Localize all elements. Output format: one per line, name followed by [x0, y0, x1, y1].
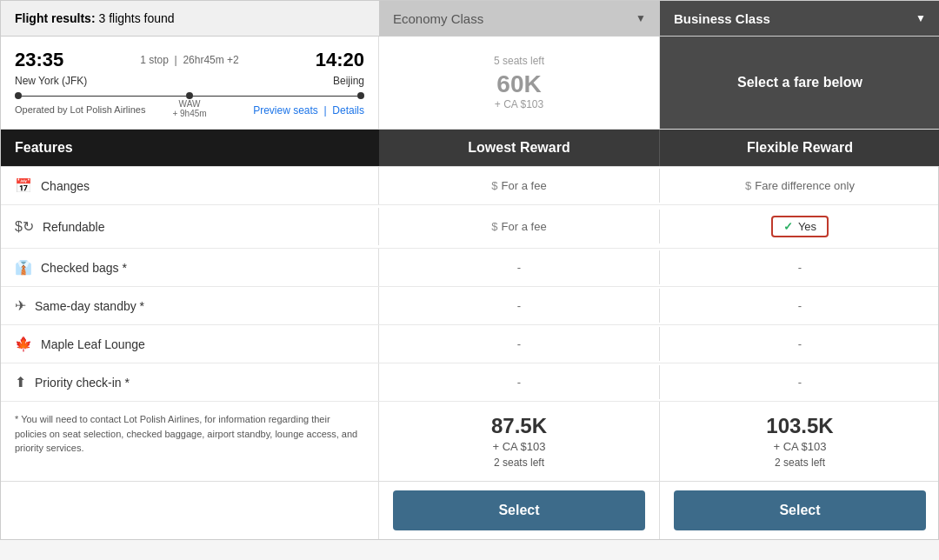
preview-seats-link[interactable]: Preview seats	[253, 104, 318, 117]
lounge-label: Maple Leaf Lounge	[41, 337, 145, 351]
feature-checked-bags-name: 👔 Checked bags *	[1, 249, 379, 286]
main-container: Flight results: 3 flights found Economy …	[0, 0, 939, 540]
route-line	[15, 92, 364, 99]
yes-text: Yes	[798, 220, 816, 233]
standby-icon: ✈	[15, 297, 26, 314]
origin-dot	[15, 92, 22, 99]
yes-badge: ✓ Yes	[771, 216, 829, 237]
disclaimer-pricing-row: * You will need to contact Lot Polish Ai…	[1, 402, 938, 482]
checked-bags-lowest-val: -	[379, 250, 660, 284]
details-link[interactable]: Details	[332, 104, 364, 117]
features-header-row: Features Lowest Reward Flexible Reward	[1, 130, 938, 167]
feature-lounge-name: 🍁 Maple Leaf Lounge	[1, 325, 379, 363]
standby-flexible-val: -	[660, 289, 939, 323]
standby-lowest-val: -	[379, 289, 660, 323]
feature-changes-name: 📅 Changes	[1, 167, 379, 204]
feature-row-changes: 📅 Changes $ For a fee $ Fare difference …	[1, 167, 938, 205]
business-class-header[interactable]: Business Class ▼	[660, 1, 939, 36]
refundable-lowest-val: $ For a fee	[379, 210, 660, 243]
destination-airport: Beijing	[333, 75, 364, 87]
disclaimer-text: * You will need to contact Lot Polish Ai…	[1, 402, 379, 481]
priority-icon: ⬆	[15, 374, 26, 390]
lowest-points: 87.5K	[393, 414, 645, 438]
priority-lowest-val: -	[379, 365, 660, 399]
economy-seats-left: 5 seats left	[494, 55, 544, 67]
feature-row-priority: ⬆ Priority check-in * - -	[1, 363, 938, 402]
changes-lowest-val: $ For a fee	[379, 169, 660, 203]
select-fare-message: Select a fare below	[737, 75, 862, 90]
route-wrapper: WAW + 9h45m	[15, 92, 364, 99]
flight-results-label: Flight results: 3 flights found	[15, 11, 175, 25]
priority-label: Priority check-in *	[35, 376, 130, 390]
checked-bags-label: Checked bags *	[41, 261, 127, 275]
flexible-reward-header: Flexible Reward	[660, 130, 939, 166]
flight-info-row: 23:35 1 stop | 26hr45m +2 14:20 New York…	[1, 37, 938, 130]
refundable-label: Refundable	[43, 220, 105, 234]
stop-duration-info: 1 stop | 26hr45m +2	[140, 54, 239, 66]
lounge-icon: 🍁	[15, 336, 32, 352]
select-empty-cell	[1, 482, 379, 539]
select-flexible-button[interactable]: Select	[674, 490, 926, 530]
feature-row-lounge: 🍁 Maple Leaf Lounge - -	[1, 325, 938, 363]
route-line-left	[22, 96, 186, 97]
header-row: Flight results: 3 flights found Economy …	[1, 1, 938, 37]
checked-bags-icon: 👔	[15, 259, 32, 276]
business-class-label: Business Class	[674, 11, 770, 26]
departure-time: 23:35	[15, 49, 63, 71]
business-fare-placeholder: Select a fare below	[660, 37, 939, 129]
economy-fare-info: 5 seats left 60K + CA $103	[379, 37, 660, 129]
yes-checkmark-icon: ✓	[783, 220, 793, 233]
changes-flexible-val: $ Fare difference only	[660, 169, 939, 203]
features-column-header: Features	[1, 130, 379, 166]
lounge-flexible-val: -	[660, 327, 939, 361]
select-lowest-button[interactable]: Select	[393, 490, 645, 530]
feature-refundable-name: $↻ Refundable	[1, 208, 379, 245]
flexible-seats-left: 2 seats left	[674, 457, 926, 469]
refundable-flexible-val: ✓ Yes	[660, 205, 939, 248]
pricing-flexible: 103.5K + CA $103 2 seats left	[660, 402, 939, 481]
priority-flexible-val: -	[660, 365, 939, 399]
economy-cash: + CA $103	[495, 98, 543, 110]
standby-label: Same-day standby *	[35, 299, 144, 313]
route-line-right	[193, 96, 357, 97]
origin-airport: New York (JFK)	[15, 75, 87, 87]
lowest-reward-header: Lowest Reward	[379, 130, 660, 166]
economy-class-label: Economy Class	[393, 11, 483, 26]
feature-priority-name: ⬆ Priority check-in *	[1, 363, 379, 401]
select-lowest-cell: Select	[379, 482, 660, 539]
flexible-cash: + CA $103	[674, 440, 926, 453]
dest-dot	[357, 92, 364, 99]
refundable-icon: $↻	[15, 218, 34, 235]
business-chevron-icon: ▼	[916, 12, 926, 24]
changes-icon: 📅	[15, 177, 32, 194]
waypoint-info: WAW + 9h45m	[172, 99, 206, 118]
economy-chevron-icon: ▼	[636, 12, 646, 24]
flexible-points: 103.5K	[674, 414, 926, 438]
select-flexible-cell: Select	[660, 482, 939, 539]
flight-links: Preview seats | Details	[253, 104, 364, 117]
economy-class-header[interactable]: Economy Class ▼	[379, 1, 660, 36]
feature-row-checked-bags: 👔 Checked bags * - -	[1, 249, 938, 287]
flight-times: 23:35 1 stop | 26hr45m +2 14:20	[15, 49, 364, 71]
changes-label: Changes	[41, 179, 90, 193]
waypoint-dot	[186, 92, 193, 99]
checked-bags-flexible-val: -	[660, 250, 939, 284]
feature-standby-name: ✈ Same-day standby *	[1, 287, 379, 324]
feature-row-refundable: $↻ Refundable $ For a fee ✓ Yes	[1, 205, 938, 249]
lowest-seats-left: 2 seats left	[393, 457, 645, 469]
flight-details: 23:35 1 stop | 26hr45m +2 14:20 New York…	[1, 37, 379, 129]
arrival-time: 14:20	[316, 49, 364, 71]
feature-row-standby: ✈ Same-day standby * - -	[1, 287, 938, 325]
select-buttons-row: Select Select	[1, 482, 938, 539]
airports-row: New York (JFK) Beijing	[15, 75, 364, 87]
pricing-lowest: 87.5K + CA $103 2 seats left	[379, 402, 660, 481]
lounge-lowest-val: -	[379, 327, 660, 361]
economy-points: 60K	[496, 70, 541, 98]
lowest-cash: + CA $103	[393, 440, 645, 453]
flight-results-header: Flight results: 3 flights found	[1, 1, 379, 36]
